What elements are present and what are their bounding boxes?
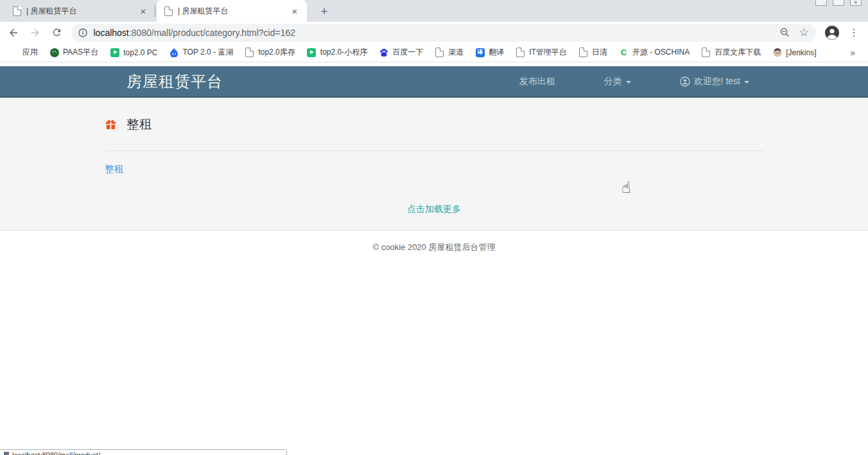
bookmark-paas[interactable]: ◠ PAAS平台	[46, 45, 102, 60]
tab-strip: | 房屋租赁平台 × | 房屋租赁平台 × + ✕	[0, 0, 868, 22]
page-favicon-icon	[164, 6, 173, 16]
bookmark-baidu[interactable]: 百度一下	[375, 45, 427, 60]
file-icon	[245, 48, 254, 57]
bookmark-top2-stock[interactable]: top2.0库存	[241, 45, 299, 60]
oschina-logo-icon: C	[619, 48, 629, 57]
bookmark-translate[interactable]: 译 翻译	[471, 45, 508, 60]
nav-publish-rent[interactable]: 发布出租	[519, 76, 555, 87]
lanhu-logo-icon	[169, 48, 179, 57]
profile-avatar-icon[interactable]	[824, 25, 840, 40]
hand-cursor-icon: ☝	[621, 179, 631, 197]
bookmark-top2-pc[interactable]: top2.0 PC	[106, 46, 161, 59]
bookmark-jenkins[interactable]: [Jenkins]	[768, 46, 820, 59]
window-controls: ✕	[815, 0, 862, 6]
gift-icon	[105, 118, 117, 130]
address-bar[interactable]: localhost:8080/mall/product/category.htm…	[71, 24, 817, 42]
site-info-icon[interactable]	[78, 28, 88, 38]
bookmark-channel[interactable]: 渠道	[431, 45, 467, 60]
status-favicon-icon	[4, 452, 9, 455]
forward-icon[interactable]	[27, 24, 44, 41]
bookmark-top2-miniapp[interactable]: top2.0-小程序	[303, 45, 371, 60]
nav-category-dropdown[interactable]: 分类	[604, 76, 631, 87]
tab-close-icon[interactable]: ×	[289, 5, 300, 17]
play-icon	[110, 48, 119, 57]
nav-user-dropdown[interactable]: 欢迎您! test	[680, 76, 749, 87]
tab-title: | 房屋租赁平台	[26, 6, 137, 17]
chevron-down-icon	[626, 81, 631, 84]
jenkins-logo-icon	[772, 48, 782, 57]
bookmark-oschina[interactable]: C 开源 - OSCHINA	[615, 45, 693, 60]
file-icon	[516, 48, 525, 57]
bookmark-wenku[interactable]: 百度文库下载	[697, 45, 765, 60]
back-icon[interactable]	[5, 24, 22, 41]
new-tab-button[interactable]: +	[316, 3, 333, 20]
reload-icon[interactable]	[49, 24, 65, 41]
browser-toolbar: localhost:8080/mall/product/category.htm…	[0, 22, 868, 43]
bookmark-it-platform[interactable]: IT管理平台	[512, 45, 571, 60]
file-icon	[578, 48, 588, 57]
divider	[105, 150, 763, 151]
paas-logo-icon: ◠	[49, 48, 59, 57]
file-icon	[701, 48, 711, 57]
zoom-level-icon[interactable]	[779, 27, 790, 38]
site-footer: © cookie 2020 房屋租赁后台管理	[0, 230, 868, 455]
copyright-text: © cookie 2020 房屋租赁后台管理	[0, 242, 868, 253]
status-url-text: localhost:8080/mall/product/...	[12, 452, 106, 455]
browser-tab-active[interactable]: | 房屋租赁平台 ×	[157, 0, 307, 22]
page-viewport: 房屋租赁平台 发布出租 分类 欢迎您! test 整租 整租	[0, 63, 868, 455]
bookmark-riqing[interactable]: 日清	[575, 45, 611, 60]
category-link[interactable]: 整租	[105, 163, 124, 175]
main-content: 整租 整租 点击加载更多	[0, 98, 868, 230]
play-icon	[307, 48, 317, 57]
translate-icon: 译	[475, 48, 485, 57]
close-window-button[interactable]: ✕	[850, 0, 862, 6]
page-favicon-icon	[13, 6, 21, 16]
status-bar: localhost:8080/mall/product/...	[0, 449, 287, 455]
browser-tab[interactable]: | 房屋租赁平台 ×	[5, 0, 155, 22]
load-more-link[interactable]: 点击加载更多	[407, 204, 461, 214]
user-circle-icon	[680, 76, 690, 87]
url-text: localhost:8080/mall/product/category.htm…	[93, 28, 779, 38]
bookmark-apps[interactable]: 应用	[5, 45, 42, 60]
bookmarks-bar: 应用 ◠ PAAS平台 top2.0 PC TOP 2.0 - 蓝湖 top2.…	[0, 43, 868, 62]
bookmark-lanhu[interactable]: TOP 2.0 - 蓝湖	[166, 45, 238, 60]
apps-grid-icon	[9, 48, 19, 57]
file-icon	[435, 48, 444, 57]
site-navbar: 房屋租赁平台 发布出租 分类 欢迎您! test	[0, 66, 868, 98]
minimize-button[interactable]	[815, 0, 827, 6]
baidu-paw-icon	[379, 48, 388, 57]
bookmarks-overflow-chevron[interactable]: »	[846, 46, 859, 59]
tab-close-icon[interactable]: ×	[137, 5, 149, 17]
category-title: 整租	[126, 116, 152, 133]
chrome-menu-icon[interactable]: ⋮	[849, 26, 859, 39]
chevron-down-icon	[744, 81, 749, 84]
tab-title: | 房屋租赁平台	[178, 6, 289, 17]
bookmark-star-icon[interactable]: ☆	[799, 27, 809, 38]
maximize-button[interactable]	[833, 0, 844, 6]
category-header: 整租	[105, 98, 763, 133]
site-brand[interactable]: 房屋租赁平台	[126, 71, 223, 92]
